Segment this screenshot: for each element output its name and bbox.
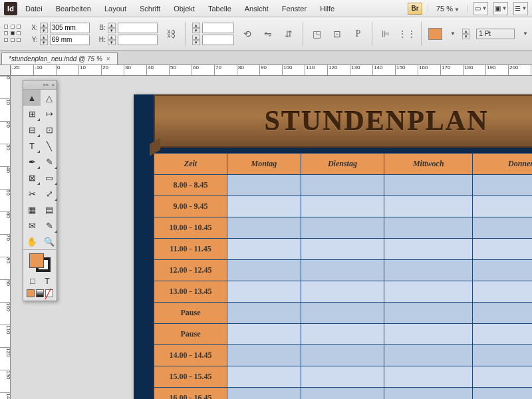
menu-layout[interactable]: Layout (99, 3, 132, 15)
schedule-cell (227, 366, 301, 388)
formatting-container-icon[interactable]: □ (26, 275, 39, 287)
distribute-icon[interactable]: ⋮⋮ (400, 27, 414, 41)
zoom-tool-icon[interactable]: 🔍 (41, 233, 58, 249)
schedule-cell (473, 324, 532, 345)
rectangle-tool-icon[interactable]: ▭ (41, 170, 58, 186)
zoom-level[interactable]: 75 %▼ (428, 5, 468, 13)
menu-edit[interactable]: Bearbeiten (51, 3, 96, 15)
ruler-horizontal[interactable]: -20-100102030405060708090100110120130140… (11, 65, 532, 76)
pen-tool-icon[interactable]: ✒ (23, 154, 41, 170)
p-icon[interactable]: P (351, 27, 365, 41)
collapse-icon[interactable]: «« (43, 82, 49, 88)
formatting-text-icon[interactable]: T (41, 275, 54, 287)
h-stepper[interactable]: ▲▼ (108, 35, 116, 45)
free-transform-tool-icon[interactable]: ⤢ (41, 186, 58, 201)
menu-help[interactable]: Hilfe (315, 3, 340, 15)
schedule-cell (384, 281, 473, 303)
line-tool-icon[interactable]: ╲ (41, 138, 58, 154)
apply-gradient-icon[interactable] (36, 289, 44, 297)
constrain-icon[interactable]: ⛓ (164, 27, 178, 41)
time-cell: 13.00 - 13.45 (154, 281, 227, 303)
w-stepper[interactable]: ▲▼ (108, 23, 116, 33)
type-tool-icon[interactable]: T (23, 138, 41, 154)
gap-tool-icon[interactable]: ↦ (41, 106, 58, 122)
schedule-cell (473, 281, 532, 303)
w-input[interactable] (118, 23, 158, 33)
document-tab[interactable]: *stundenplan_neu.indd @ 75 % × (1, 53, 118, 65)
hand-tool-icon[interactable]: ✋ (23, 233, 41, 249)
selection-tool-icon[interactable]: ▲ (23, 90, 41, 106)
x-input[interactable] (50, 23, 90, 33)
x-stepper[interactable]: ▲▼ (40, 23, 48, 33)
scale-x-input[interactable] (202, 23, 234, 33)
apply-none-icon[interactable]: ╱ (45, 289, 53, 297)
time-cell: 11.00 - 11.45 (154, 239, 227, 260)
schedule-cell (227, 196, 301, 217)
y-stepper[interactable]: ▲▼ (40, 35, 48, 45)
bridge-button[interactable]: Br (408, 3, 422, 15)
direct-selection-tool-icon[interactable]: △ (41, 90, 58, 106)
menu-bar: Id Datei Bearbeiten Layout Schrift Objek… (0, 0, 532, 17)
document-page[interactable]: STUNDENPLAN ZeitMontagDienstagMittwochDo… (134, 94, 532, 399)
schedule-cell (301, 217, 384, 239)
menu-type[interactable]: Schrift (134, 3, 166, 15)
scale-x-stepper[interactable]: ▲▼ (192, 23, 200, 33)
time-cell: 8.00 - 8.45 (154, 175, 227, 196)
y-input[interactable] (50, 35, 90, 45)
schedule-cell (384, 196, 473, 217)
menu-window[interactable]: Fenster (277, 3, 312, 15)
menu-table[interactable]: Tabelle (203, 3, 237, 15)
view-options-icon[interactable]: ▭▼ (473, 2, 488, 15)
menu-object[interactable]: Objekt (168, 3, 200, 15)
page-tool-icon[interactable]: ⊞ (23, 106, 41, 122)
menu-file[interactable]: Datei (20, 3, 48, 15)
fill-stroke-swatch[interactable] (29, 253, 51, 272)
reference-point[interactable] (4, 25, 22, 43)
schedule-cell (301, 366, 384, 388)
close-icon[interactable]: × (51, 82, 55, 88)
select-content-icon[interactable]: ⊡ (331, 27, 344, 41)
stroke-stepper[interactable]: ▲▼ (462, 29, 469, 39)
gradient-swatch-tool-icon[interactable]: ▦ (23, 201, 41, 217)
rotate-icon[interactable]: ⟲ (241, 27, 255, 41)
scissors-tool-icon[interactable]: ✂ (23, 186, 41, 201)
tools-panel[interactable]: ««× ▲ △ ⊞ ↦ ⊟ ⊡ T ╲ ✒ ✎ ⊠ ▭ ✂ ⤢ ▦ ▤ ✉ ✎ … (23, 80, 57, 301)
apply-color-icon[interactable] (27, 289, 35, 297)
stroke-weight[interactable]: 1 Pt (476, 29, 515, 39)
time-cell: 10.00 - 10.45 (154, 217, 227, 239)
chevron-down-icon[interactable]: ▼ (450, 31, 456, 37)
eyedropper-tool-icon[interactable]: ✎ (41, 217, 58, 233)
time-cell: Pause (154, 324, 227, 345)
ruler-vertical[interactable]: 0102030405060708090100110120130140150 (0, 76, 11, 399)
arrange-icon[interactable]: ☰▼ (513, 2, 528, 15)
schedule-cell (227, 175, 301, 196)
note-tool-icon[interactable]: ✉ (23, 217, 41, 233)
screen-mode-icon[interactable]: ▣▼ (493, 2, 508, 15)
content-placer-icon[interactable]: ⊡ (41, 122, 58, 138)
close-icon[interactable]: × (106, 55, 110, 63)
schedule-cell (473, 388, 532, 400)
document-tab-bar: *stundenplan_neu.indd @ 75 % × (0, 51, 532, 65)
align-icon[interactable]: ⊫ (379, 27, 393, 41)
gradient-feather-tool-icon[interactable]: ▤ (41, 201, 58, 217)
menu-view[interactable]: Ansicht (239, 3, 274, 15)
pencil-tool-icon[interactable]: ✎ (41, 154, 58, 170)
column-header: Zeit (154, 154, 227, 175)
flip-h-icon[interactable]: ⇋ (261, 27, 275, 41)
timetable: ZeitMontagDienstagMittwochDonnerstagF 8.… (154, 153, 532, 399)
chevron-down-icon[interactable]: ▼ (523, 31, 528, 37)
fill-color-icon[interactable] (29, 253, 44, 268)
content-collector-icon[interactable]: ⊟ (23, 122, 41, 138)
schedule-cell (473, 217, 532, 239)
select-container-icon[interactable]: ◳ (310, 27, 324, 41)
flip-v-icon[interactable]: ⇵ (282, 27, 296, 41)
ruler-origin[interactable] (0, 65, 11, 76)
rectangle-frame-tool-icon[interactable]: ⊠ (23, 170, 41, 186)
scale-y-input[interactable] (202, 35, 234, 45)
schedule-cell (227, 281, 301, 303)
h-input[interactable] (118, 35, 158, 45)
fill-swatch[interactable] (428, 28, 442, 40)
canvas[interactable]: STUNDENPLAN ZeitMontagDienstagMittwochDo… (11, 76, 532, 399)
panel-header[interactable]: ««× (23, 80, 57, 90)
scale-y-stepper[interactable]: ▲▼ (192, 35, 200, 45)
